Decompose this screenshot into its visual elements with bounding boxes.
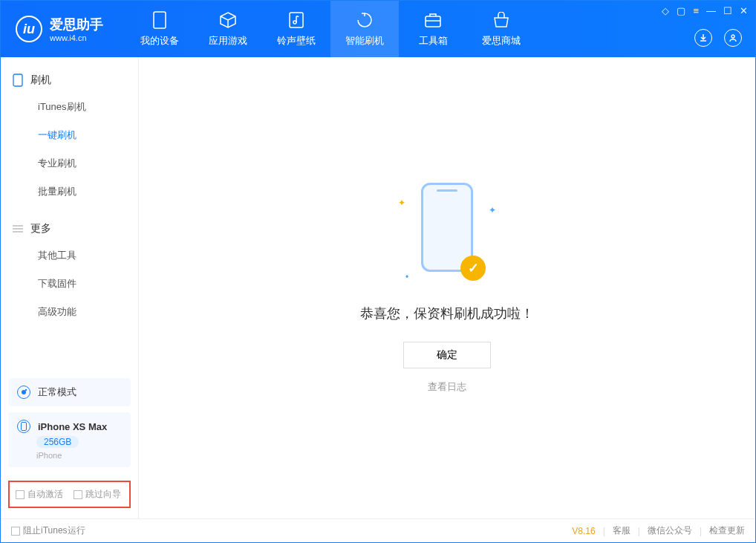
logo-text: 爱思助手 www.i4.cn — [50, 16, 103, 42]
check-update-link[interactable]: 检查更新 — [709, 524, 745, 537]
ok-button[interactable]: 确定 — [403, 342, 491, 368]
tab-my-device[interactable]: 我的设备 — [126, 1, 194, 57]
device-icon — [150, 10, 169, 30]
tab-toolbox[interactable]: 工具箱 — [399, 1, 467, 57]
svg-rect-6 — [13, 74, 22, 86]
shirt-icon[interactable]: ◇ — [662, 5, 669, 16]
sidebar-item-batch-flash[interactable]: 批量刷机 — [1, 178, 138, 206]
device-name: iPhone XS Max — [38, 421, 107, 432]
tab-label: 铃声壁纸 — [277, 34, 316, 48]
list-icon — [13, 224, 23, 233]
success-illustration: ✦ ✦ • ✓ — [373, 183, 521, 287]
sparkle-icon: • — [405, 272, 408, 282]
svg-point-5 — [731, 35, 734, 38]
logo-area: iu 爱思助手 www.i4.cn — [1, 16, 118, 42]
main-content: ✦ ✦ • ✓ 恭喜您，保资料刷机成功啦！ 确定 查看日志 — [139, 57, 755, 518]
separator: | — [700, 526, 702, 536]
sidebar: 刷机 iTunes刷机 一键刷机 专业刷机 批量刷机 更多 其他工具 下载固件 … — [1, 57, 139, 518]
footer-right: V8.16 | 客服 | 微信公众号 | 检查更新 — [572, 524, 745, 537]
app-title: 爱思助手 — [50, 16, 103, 33]
capacity-badge: 256GB — [36, 436, 79, 448]
sidebar-item-download-firmware[interactable]: 下载固件 — [1, 270, 138, 298]
sidebar-header-flash: 刷机 — [1, 68, 138, 93]
sidebar-section-more: 更多 其他工具 下载固件 高级功能 — [1, 206, 138, 326]
tab-store[interactable]: 爱思商城 — [467, 1, 535, 57]
tab-label: 我的设备 — [140, 34, 179, 48]
mode-icon — [17, 386, 30, 399]
checkbox-box-icon — [16, 490, 25, 499]
footer: 阻止iTunes运行 V8.16 | 客服 | 微信公众号 | 检查更新 — [1, 518, 755, 542]
checkbox-skip-guide[interactable]: 跳过向导 — [74, 488, 121, 501]
sidebar-item-pro-flash[interactable]: 专业刷机 — [1, 149, 138, 178]
checkbox-box-icon — [11, 527, 20, 536]
sidebar-section-flash: 刷机 iTunes刷机 一键刷机 专业刷机 批量刷机 — [1, 57, 138, 206]
sparkle-icon: ✦ — [489, 205, 496, 215]
sidebar-header-more: 更多 — [1, 216, 138, 241]
store-icon — [492, 10, 511, 30]
section-title: 刷机 — [30, 74, 51, 87]
logo-icon: iu — [16, 16, 42, 42]
music-icon — [287, 10, 306, 30]
app-url: www.i4.cn — [50, 33, 103, 42]
check-badge-icon: ✓ — [460, 256, 486, 281]
sidebar-item-itunes-flash[interactable]: iTunes刷机 — [1, 93, 138, 121]
phone-icon — [13, 74, 23, 87]
separator: | — [603, 526, 605, 536]
lock-icon[interactable]: ▢ — [677, 5, 685, 16]
sidebar-item-advanced[interactable]: 高级功能 — [1, 298, 138, 326]
svg-rect-12 — [22, 423, 27, 431]
checkbox-auto-activate[interactable]: 自动激活 — [16, 488, 63, 501]
support-link[interactable]: 客服 — [613, 524, 630, 537]
sidebar-item-other-tools[interactable]: 其他工具 — [1, 241, 138, 270]
nav-tabs: 我的设备 应用游戏 铃声壁纸 智能刷机 工具箱 爱思商城 — [126, 1, 535, 57]
svg-point-2 — [293, 21, 296, 24]
separator: | — [638, 526, 640, 536]
header-actions — [694, 29, 742, 47]
phone-small-icon — [17, 420, 30, 433]
app-window: iu 爱思助手 www.i4.cn 我的设备 应用游戏 铃声壁纸 智能刷机 — [0, 0, 756, 543]
download-button[interactable] — [694, 29, 712, 47]
checkbox-label: 阻止iTunes运行 — [23, 524, 85, 537]
tab-apps[interactable]: 应用游戏 — [194, 1, 262, 57]
refresh-icon — [355, 10, 374, 30]
section-title: 更多 — [30, 222, 51, 235]
view-log-link[interactable]: 查看日志 — [428, 381, 466, 392]
toolbox-icon — [423, 10, 443, 30]
tab-label: 爱思商城 — [482, 34, 521, 48]
checkbox-block-itunes[interactable]: 阻止iTunes运行 — [11, 524, 85, 537]
svg-point-10 — [22, 390, 26, 394]
device-type: iPhone — [36, 451, 62, 460]
device-info-box[interactable]: iPhone XS Max 256GB iPhone — [8, 412, 131, 467]
sidebar-item-onekey-flash[interactable]: 一键刷机 — [1, 121, 138, 149]
user-button[interactable] — [724, 29, 742, 47]
body: 刷机 iTunes刷机 一键刷机 专业刷机 批量刷机 更多 其他工具 下载固件 … — [1, 57, 755, 518]
device-mode-box[interactable]: 正常模式 — [8, 378, 131, 406]
close-button[interactable]: ✕ — [740, 5, 748, 16]
sparkle-icon: ✦ — [398, 198, 405, 208]
window-controls: ◇ ▢ ≡ — ☐ ✕ — [662, 5, 748, 16]
mode-label: 正常模式 — [38, 386, 76, 399]
checkbox-label: 自动激活 — [27, 488, 63, 501]
svg-rect-3 — [426, 16, 440, 27]
menu-icon[interactable]: ≡ — [693, 5, 699, 16]
maximize-button[interactable]: ☐ — [723, 5, 732, 16]
wechat-link[interactable]: 微信公众号 — [648, 524, 692, 537]
svg-rect-0 — [154, 12, 166, 28]
device-boxes: 正常模式 iPhone XS Max 256GB iPhone — [8, 378, 131, 473]
checkbox-box-icon — [74, 490, 82, 499]
svg-point-11 — [25, 389, 27, 391]
version-label: V8.16 — [572, 526, 595, 536]
result-area: ✦ ✦ • ✓ 恭喜您，保资料刷机成功啦！ 确定 查看日志 — [360, 183, 534, 394]
checkbox-label: 跳过向导 — [85, 488, 121, 501]
tab-label: 工具箱 — [419, 34, 448, 48]
header: iu 爱思助手 www.i4.cn 我的设备 应用游戏 铃声壁纸 智能刷机 — [1, 1, 755, 57]
minimize-button[interactable]: — — [706, 5, 716, 16]
options-highlighted-row: 自动激活 跳过向导 — [8, 481, 131, 508]
tab-label: 应用游戏 — [209, 34, 247, 48]
tab-flash[interactable]: 智能刷机 — [330, 1, 399, 57]
tab-ringtones[interactable]: 铃声壁纸 — [262, 1, 330, 57]
tab-label: 智能刷机 — [345, 34, 384, 48]
cube-icon — [218, 10, 238, 30]
result-title: 恭喜您，保资料刷机成功啦！ — [360, 305, 534, 322]
